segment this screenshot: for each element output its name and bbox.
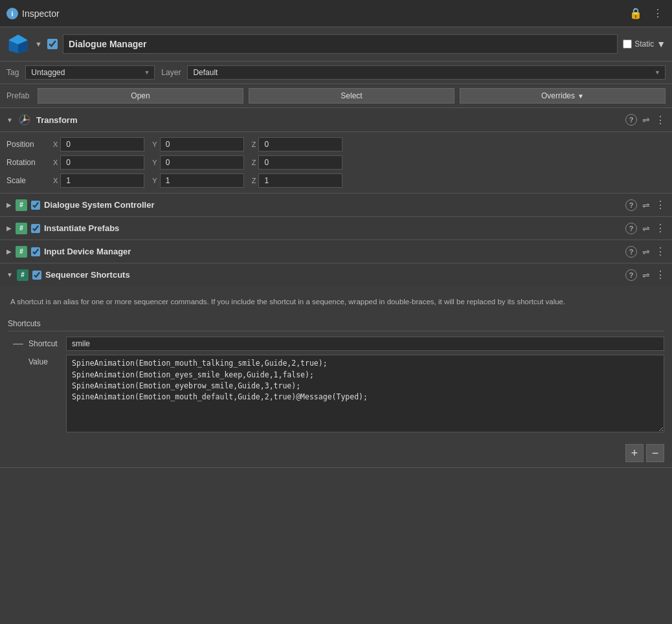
position-label: Position bbox=[6, 140, 45, 149]
idm-help-icon[interactable]: ? bbox=[625, 246, 637, 258]
shortcut-value-input[interactable] bbox=[66, 337, 664, 351]
prefab-label: Prefab bbox=[6, 91, 32, 100]
ip-help-icon[interactable]: ? bbox=[625, 223, 637, 234]
shortcut-minus-icon[interactable]: — bbox=[13, 338, 23, 350]
pos-y-input[interactable] bbox=[160, 137, 244, 151]
shortcut-row: — Shortcut bbox=[13, 337, 664, 351]
dsc-enabled-checkbox[interactable] bbox=[31, 201, 40, 210]
ss-sliders-icon[interactable]: ⇌ bbox=[642, 270, 650, 280]
transform-help-icon[interactable]: ? bbox=[625, 114, 637, 126]
transform-header[interactable]: ▼ Transform ? ⇌ ⋮ bbox=[0, 108, 672, 132]
transform-menu-icon[interactable]: ⋮ bbox=[655, 114, 666, 126]
scl-z-label: Z bbox=[252, 177, 256, 184]
static-dropdown-btn[interactable]: ▼ bbox=[656, 39, 666, 49]
transform-name: Transform bbox=[36, 115, 620, 125]
instantiate-prefabs-header[interactable]: ▶ # Instantiate Prefabs ? ⇌ ⋮ bbox=[0, 217, 672, 240]
rot-z-input[interactable] bbox=[258, 155, 342, 170]
idm-expand-arrow[interactable]: ▶ bbox=[6, 248, 12, 255]
ss-help-icon[interactable]: ? bbox=[625, 269, 637, 281]
ss-expand-arrow[interactable]: ▼ bbox=[6, 271, 13, 278]
add-shortcut-button[interactable]: + bbox=[625, 444, 644, 462]
prefab-select-button[interactable]: Select bbox=[249, 88, 454, 104]
layer-label: Layer bbox=[161, 68, 181, 77]
idm-enabled-checkbox[interactable] bbox=[31, 247, 40, 256]
prefab-open-button[interactable]: Open bbox=[38, 88, 243, 104]
layer-dropdown-wrapper: Default bbox=[187, 65, 666, 80]
scl-x-label: X bbox=[53, 177, 58, 184]
dsc-header-icons: ? ⇌ ⋮ bbox=[625, 199, 666, 211]
idm-menu-icon[interactable]: ⋮ bbox=[655, 245, 666, 258]
pos-x-label: X bbox=[53, 140, 58, 148]
scl-y-input[interactable] bbox=[160, 173, 244, 188]
scale-row: Scale X Y Z bbox=[6, 173, 666, 188]
rot-x-input[interactable] bbox=[60, 155, 144, 170]
value-textarea[interactable]: SpineAnimation(Emotion_mouth_talking_smi… bbox=[66, 355, 664, 432]
menu-icon[interactable]: ⋮ bbox=[650, 6, 666, 21]
ip-sliders-icon[interactable]: ⇌ bbox=[642, 223, 650, 234]
dsc-expand-arrow[interactable]: ▶ bbox=[6, 201, 12, 208]
transform-header-icons: ? ⇌ ⋮ bbox=[625, 114, 666, 126]
inspector-title: Inspector bbox=[22, 8, 627, 19]
ss-name: Sequencer Shortcuts bbox=[45, 270, 622, 280]
transform-icon bbox=[18, 113, 31, 126]
pos-z-input[interactable] bbox=[258, 137, 342, 151]
idm-icon: # bbox=[16, 246, 27, 258]
lock-icon[interactable]: 🔒 bbox=[627, 6, 645, 21]
inspector-header: i Inspector 🔒 ⋮ bbox=[0, 0, 672, 27]
dsc-icon: # bbox=[16, 199, 27, 211]
rot-y-label: Y bbox=[152, 159, 157, 166]
layer-select[interactable]: Default bbox=[187, 65, 666, 80]
dsc-name: Dialogue System Controller bbox=[44, 200, 622, 210]
ip-name: Instantiate Prefabs bbox=[44, 223, 622, 233]
ss-enabled-checkbox[interactable] bbox=[32, 271, 41, 280]
static-checkbox[interactable] bbox=[623, 39, 632, 49]
rotation-row: Rotation X Y Z bbox=[6, 155, 666, 170]
transform-expand-arrow[interactable]: ▼ bbox=[6, 117, 13, 124]
transform-component: ▼ Transform ? ⇌ ⋮ Position X Y Z Rot bbox=[0, 108, 672, 194]
pos-y-label: Y bbox=[152, 140, 157, 148]
tag-select[interactable]: Untagged bbox=[25, 65, 155, 80]
scl-x-input[interactable] bbox=[60, 173, 144, 188]
rot-y-input[interactable] bbox=[160, 155, 244, 170]
transform-sliders-icon[interactable]: ⇌ bbox=[642, 115, 650, 125]
gameobject-dropdown-arrow[interactable]: ▼ bbox=[35, 40, 42, 48]
dialogue-system-controller-header[interactable]: ▶ # Dialogue System Controller ? ⇌ ⋮ bbox=[0, 194, 672, 216]
overrides-dropdown-arrow: ▼ bbox=[577, 93, 584, 100]
scale-label: Scale bbox=[6, 176, 45, 185]
sequencer-shortcuts-header[interactable]: ▼ # Sequencer Shortcuts ? ⇌ ⋮ bbox=[0, 263, 672, 286]
pos-x-input[interactable] bbox=[60, 137, 144, 151]
dsc-sliders-icon[interactable]: ⇌ bbox=[642, 200, 650, 210]
info-icon: i bbox=[6, 8, 18, 19]
shortcuts-group-label: Shortcuts bbox=[8, 317, 664, 331]
static-row: Static ▼ bbox=[623, 39, 666, 49]
input-device-manager-header[interactable]: ▶ # Input Device Manager ? ⇌ ⋮ bbox=[0, 240, 672, 263]
ss-menu-icon[interactable]: ⋮ bbox=[655, 269, 666, 281]
tag-layer-row: Tag Untagged Layer Default bbox=[0, 61, 672, 84]
instantiate-prefabs-component: ▶ # Instantiate Prefabs ? ⇌ ⋮ bbox=[0, 217, 672, 240]
idm-name: Input Device Manager bbox=[44, 247, 622, 256]
ip-expand-arrow[interactable]: ▶ bbox=[6, 225, 12, 232]
dialogue-system-controller-component: ▶ # Dialogue System Controller ? ⇌ ⋮ bbox=[0, 194, 672, 217]
idm-header-icons: ? ⇌ ⋮ bbox=[625, 245, 666, 258]
unity-cube-icon bbox=[6, 32, 30, 56]
rot-x-label: X bbox=[53, 159, 58, 166]
dsc-menu-icon[interactable]: ⋮ bbox=[655, 199, 666, 211]
remove-shortcut-button[interactable]: − bbox=[646, 444, 664, 462]
dsc-help-icon[interactable]: ? bbox=[625, 199, 637, 211]
tag-dropdown-wrapper: Untagged bbox=[25, 65, 155, 80]
gameobject-enabled-checkbox[interactable] bbox=[47, 39, 58, 49]
value-row: Value SpineAnimation(Emotion_mouth_talki… bbox=[28, 355, 664, 432]
svg-point-9 bbox=[23, 118, 26, 121]
ip-icon: # bbox=[16, 223, 27, 234]
gameobject-name-input[interactable] bbox=[63, 34, 618, 54]
value-label: Value bbox=[28, 355, 61, 366]
ip-menu-icon[interactable]: ⋮ bbox=[655, 222, 666, 234]
scl-z-input[interactable] bbox=[258, 173, 342, 188]
ip-enabled-checkbox[interactable] bbox=[31, 224, 40, 233]
input-device-manager-component: ▶ # Input Device Manager ? ⇌ ⋮ bbox=[0, 240, 672, 263]
prefab-overrides-button[interactable]: Overrides ▼ bbox=[460, 88, 666, 104]
gameobject-row: ▼ Static ▼ bbox=[0, 27, 672, 61]
ss-icon: # bbox=[17, 269, 28, 281]
idm-sliders-icon[interactable]: ⇌ bbox=[642, 247, 650, 257]
static-label: Static bbox=[634, 39, 654, 49]
